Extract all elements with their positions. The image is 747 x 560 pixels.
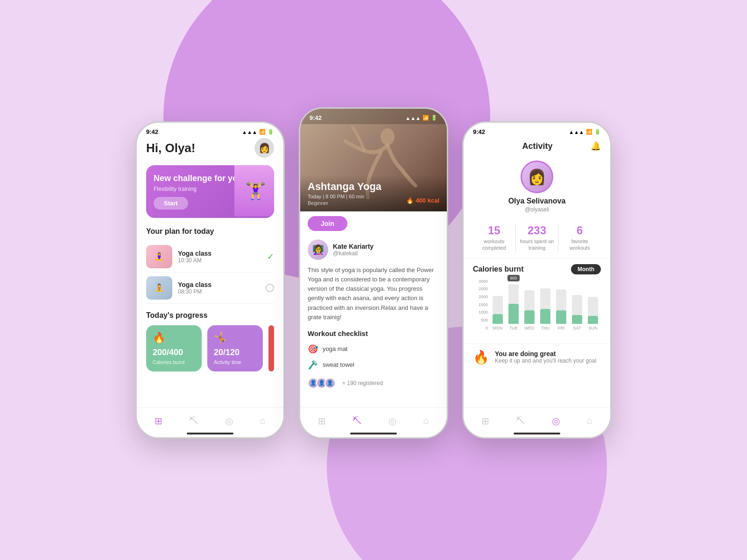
bar-fill-tue xyxy=(508,304,519,324)
stat-label-3: favoriteworkouts xyxy=(562,238,597,252)
nav-profile-icon-3[interactable]: ⌂ xyxy=(586,415,592,426)
signal-icon-2: ▲▲▲ xyxy=(405,115,421,121)
calories-label: Calories burnt xyxy=(153,359,184,365)
phones-container: 9:42 ▲▲▲ 📶 🔋 Hi, Olya! 👩 New challenge f… xyxy=(135,121,612,439)
phone1-content: Hi, Olya! 👩 New challenge for you Flexib… xyxy=(137,138,283,371)
kcal-badge: 🔥 400 kcal xyxy=(406,197,439,204)
bar-mon: MON xyxy=(490,296,506,330)
progress-card-activity: 🤸 20/120 Activity time xyxy=(207,325,263,371)
plan-item-name-1: Yoga class xyxy=(178,250,261,257)
stats-row: 15 workoutscompleted 233 hours spent ont… xyxy=(464,217,610,259)
nav-profile-icon-2[interactable]: ⌂ xyxy=(423,415,429,426)
chart-bars: MON 800 TUE WE xyxy=(490,279,601,340)
bell-icon[interactable]: 🔔 xyxy=(591,141,601,151)
join-button[interactable]: Join xyxy=(308,216,347,231)
calories-section: Calories burnt Month 3000 2500 2000 1500… xyxy=(464,259,610,340)
bar-outer-mon xyxy=(493,296,503,324)
greeting-text: Hi, Olya! xyxy=(146,141,195,155)
calories-title: Calories burnt xyxy=(473,265,523,273)
instructor-name: Kate Kariarty xyxy=(333,243,374,250)
challenge-figure: 🏋️‍♀️ xyxy=(234,165,274,217)
nav-profile-icon-1[interactable]: ⌂ xyxy=(260,415,265,426)
bar-outer-tue: 800 xyxy=(508,284,519,324)
motivation-subtitle: Keep it up and and you'll reach your goa… xyxy=(495,357,596,364)
plan-thumb-2: 🧘 xyxy=(146,276,172,300)
y-label-1500: 1500 xyxy=(479,302,488,307)
yoga-hero: 9:42 ▲▲▲ 📶 🔋 Ashtanga Yoga Today | 8 00 … xyxy=(300,109,447,211)
registered-row: 👤 👤 👤 + 190 registered xyxy=(300,373,447,393)
plan-item-text-2: Yoga class 08:30 PM xyxy=(178,281,260,295)
bar-fill-fri xyxy=(556,310,566,323)
bar-outer-thu xyxy=(540,288,550,324)
nav-activity-icon-1[interactable]: ◎ xyxy=(225,415,233,427)
motivation-text: You are doing great Keep it up and and y… xyxy=(495,350,596,364)
nav-home-icon-1[interactable]: ⊞ xyxy=(155,415,162,427)
plan-item-2: 🧘 Yoga class 08:30 PM xyxy=(146,273,274,304)
motivation-card: 🔥 You are doing great Keep it up and and… xyxy=(464,343,610,371)
signal-icon-1: ▲▲▲ xyxy=(242,129,257,135)
status-bar-2: 9:42 ▲▲▲ 📶 🔋 xyxy=(300,109,447,124)
challenge-card: New challenge for you Flexibility traini… xyxy=(146,165,274,218)
wifi-icon-1: 📶 xyxy=(259,129,266,135)
home-indicator-1 xyxy=(187,433,233,434)
battery-icon-2: 🔋 xyxy=(431,115,437,121)
fire-motivation-icon: 🔥 xyxy=(473,350,489,365)
chart-area: 3000 2500 2000 1500 1000 500 0 MON xyxy=(473,279,601,340)
calories-val: 200/400 xyxy=(153,348,183,357)
nav-home-icon-3[interactable]: ⊞ xyxy=(481,415,489,427)
bar-label-tue: TUE xyxy=(509,326,518,330)
description-text: This style of yoga is popularly called t… xyxy=(300,264,447,328)
bar-outer-wed xyxy=(524,290,535,324)
bar-fill-thu xyxy=(540,309,550,324)
calories-header: Calories burnt Month xyxy=(473,264,601,274)
nav-home-icon-2[interactable]: ⊞ xyxy=(318,415,326,427)
checklist-title: Workout checklist xyxy=(300,328,447,341)
plan-item-time-2: 08:30 PM xyxy=(178,288,260,295)
checklist-text-2: sweat towel xyxy=(323,361,354,368)
phone-detail: 9:42 ▲▲▲ 📶 🔋 Ashtanga Yoga Today | 8 00 … xyxy=(299,107,448,439)
activity-header: Activity 🔔 xyxy=(464,138,610,156)
nav-workout-icon-3[interactable]: ⛏ xyxy=(516,415,525,426)
status-time-3: 9:42 xyxy=(473,128,485,135)
nav-workout-icon-1[interactable]: ⛏ xyxy=(189,415,198,426)
plan-title: Your plan for today xyxy=(146,227,274,236)
bar-wed: WED xyxy=(521,290,537,330)
month-badge[interactable]: Month xyxy=(571,264,601,274)
activity-val: 20/120 xyxy=(214,348,240,357)
progress-card-red xyxy=(268,325,274,371)
bar-outer-sun xyxy=(588,297,598,324)
nav-activity-icon-3[interactable]: ◎ xyxy=(552,415,560,427)
battery-icon-1: 🔋 xyxy=(268,129,274,135)
instructor-handle: @katekati xyxy=(333,250,374,257)
home-indicator-2 xyxy=(350,433,397,434)
bar-tue: 800 TUE xyxy=(506,284,521,330)
bar-fri: FRI xyxy=(553,289,569,330)
signal-icon-3: ▲▲▲ xyxy=(569,129,584,135)
stat-val-3: 6 xyxy=(562,224,597,237)
profile-section: 👩 Olya Selivanova @olyaseli xyxy=(464,156,610,217)
checklist-text-1: yoga mat xyxy=(323,345,347,352)
status-bar-3: 9:42 ▲▲▲ 📶 🔋 xyxy=(464,123,610,138)
y-label-500: 500 xyxy=(481,318,488,322)
nav-workout-icon-2[interactable]: ⛏ xyxy=(352,415,362,426)
start-button[interactable]: Start xyxy=(154,197,188,210)
bar-label-wed: WED xyxy=(525,326,535,330)
chart-y-labels: 3000 2500 2000 1500 1000 500 0 xyxy=(473,279,490,330)
y-label-1000: 1000 xyxy=(479,310,488,315)
reg-avatar-3: 👤 xyxy=(324,378,336,389)
activity-title: Activity xyxy=(484,141,591,151)
bar-sun: SUN xyxy=(585,297,601,330)
instructor-row: 👩‍🏫 Kate Kariarty @katekati xyxy=(300,236,447,264)
stat-hours: 233 hours spent ontraining xyxy=(516,224,559,252)
stat-val-2: 233 xyxy=(520,224,555,237)
radio-circle-2 xyxy=(266,284,274,292)
home-indicator-3 xyxy=(514,433,560,434)
bar-label-sun: SUN xyxy=(588,326,597,330)
join-row: Join xyxy=(300,211,447,236)
checklist-item-2: 🪒 sweat towel xyxy=(300,357,447,373)
bar-fill-wed xyxy=(524,310,535,324)
status-bar-1: 9:42 ▲▲▲ 📶 🔋 xyxy=(137,123,283,138)
nav-activity-icon-2[interactable]: ◎ xyxy=(388,415,396,427)
stat-workouts: 15 workoutscompleted xyxy=(473,224,516,252)
progress-section: Today's progress 🔥 200/400 Calories burn… xyxy=(146,311,274,371)
